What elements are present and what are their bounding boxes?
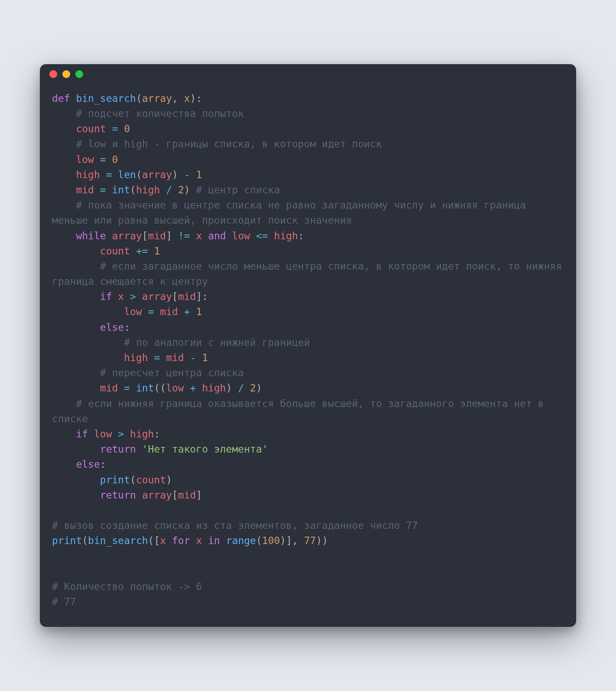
token-cmt: # пересчет центра списка [100, 367, 244, 378]
token-punct: [ [142, 230, 148, 241]
token-plain [202, 535, 208, 546]
token-cmt: # центр списка [196, 184, 280, 196]
token-plain [142, 306, 148, 317]
token-id: array [142, 169, 172, 180]
token-kw: while [76, 230, 106, 241]
close-icon[interactable] [49, 70, 57, 78]
token-id: mid [166, 352, 184, 363]
token-id: low [76, 154, 94, 165]
token-plain [52, 352, 124, 363]
token-plain [118, 382, 124, 394]
token-plain [52, 169, 76, 180]
token-param: x [184, 93, 190, 104]
token-plain [70, 93, 76, 104]
token-plain [124, 428, 130, 440]
token-id: low [124, 306, 142, 317]
token-cmt: # low и high - границы списка, в котором… [76, 138, 382, 150]
token-plain [148, 352, 154, 363]
token-plain [166, 535, 172, 546]
token-id: mid [178, 291, 196, 302]
token-plain [52, 138, 76, 150]
token-punct: ( [82, 535, 88, 546]
token-plain [112, 169, 118, 180]
token-plain [232, 382, 238, 394]
token-num: 2 [250, 382, 256, 394]
token-punct: ]: [196, 291, 208, 302]
token-plain [52, 154, 76, 165]
token-op: / [166, 184, 172, 196]
token-cmt: # если нижняя граница оказывается больше… [52, 398, 550, 424]
token-plain [52, 184, 76, 196]
token-plain [100, 169, 106, 180]
token-id: x [196, 535, 202, 546]
token-id: low [166, 382, 184, 394]
token-plain [196, 382, 202, 394]
token-op: = [100, 154, 106, 165]
token-punct: [ [172, 489, 178, 501]
token-punct: ) [226, 382, 232, 394]
token-plain [52, 398, 76, 409]
window-titlebar [40, 64, 576, 84]
minimize-icon[interactable] [62, 70, 70, 78]
token-id: x [196, 230, 202, 241]
token-punct: : [154, 428, 160, 440]
token-plain [190, 230, 196, 241]
token-plain [52, 459, 76, 470]
token-punct: )], [280, 535, 304, 546]
token-id: count [136, 474, 166, 486]
token-kw: def [52, 93, 70, 104]
token-op: != [178, 230, 190, 241]
token-punct: ( [256, 535, 262, 546]
token-plain [172, 230, 178, 241]
token-plain [106, 154, 112, 165]
token-plain [52, 382, 100, 394]
token-plain [52, 306, 124, 317]
token-param: array [142, 93, 172, 104]
token-plain [172, 184, 178, 196]
token-plain [124, 291, 130, 302]
token-plain [160, 184, 166, 196]
token-fn: int [136, 382, 154, 394]
token-punct: : [100, 459, 106, 470]
token-plain [52, 199, 76, 211]
token-op: = [148, 306, 154, 317]
token-punct: ( [130, 184, 136, 196]
token-kw: return [100, 489, 136, 501]
token-plain [52, 322, 100, 333]
token-plain [52, 337, 124, 348]
token-plain [226, 230, 232, 241]
token-id: high [130, 428, 154, 440]
token-plain [130, 382, 136, 394]
token-plain [52, 367, 100, 378]
page-background: def bin_search(array, x): # подсчет коли… [0, 0, 616, 691]
token-plain [184, 352, 190, 363]
token-punct: ): [190, 93, 202, 104]
token-plain [52, 291, 100, 302]
token-cmt: # если загаданное число меньше центра сп… [52, 261, 568, 287]
token-fn: range [226, 535, 256, 546]
token-punct: ( [130, 474, 136, 486]
token-op: = [124, 382, 130, 394]
token-punct: : [298, 230, 304, 241]
token-plain [178, 306, 184, 317]
token-plain [190, 535, 196, 546]
token-op: / [238, 382, 244, 394]
token-punct: , [172, 93, 184, 104]
zoom-icon[interactable] [75, 70, 83, 78]
token-plain [178, 169, 184, 180]
token-op: += [136, 245, 148, 257]
token-id: low [232, 230, 250, 241]
token-plain [94, 154, 100, 165]
token-plain [190, 169, 196, 180]
token-plain [136, 443, 142, 455]
code-block[interactable]: def bin_search(array, x): # подсчет коли… [52, 91, 564, 610]
token-id: mid [76, 184, 94, 196]
token-plain [52, 230, 76, 241]
token-punct: : [124, 322, 130, 333]
token-num: 1 [196, 306, 202, 317]
token-punct: ([ [148, 535, 160, 546]
token-num: 0 [124, 123, 130, 134]
token-plain [52, 489, 100, 501]
token-plain [268, 230, 274, 241]
token-id: count [100, 245, 130, 257]
